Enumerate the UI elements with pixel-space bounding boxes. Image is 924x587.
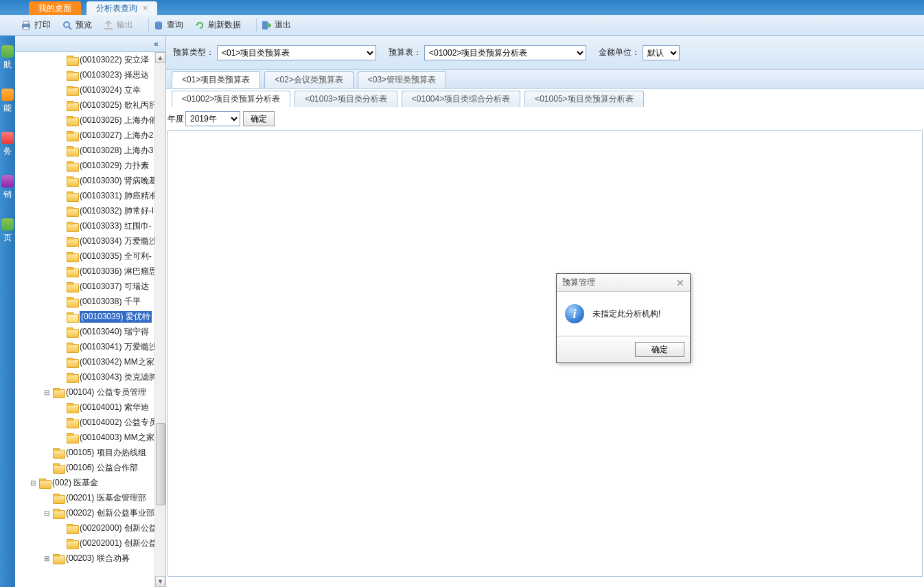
tree-node[interactable]: (00103039) 爱优特 <box>15 309 165 324</box>
folder-icon <box>67 71 78 80</box>
rail-item-biz[interactable]: 务 <box>0 122 15 165</box>
subtab-01002[interactable]: <01002>项目类预算分析表 <box>172 91 290 107</box>
tree-node[interactable]: (00103024) 立幸 <box>15 82 165 97</box>
exit-button[interactable]: 退出 <box>261 19 291 31</box>
tree-node[interactable]: (00103036) 淋巴瘤思 <box>15 264 165 279</box>
confirm-button[interactable]: 确定 <box>243 111 275 126</box>
tree-node[interactable]: (00103027) 上海办2 <box>15 128 165 143</box>
rail-item-func[interactable]: 能 <box>0 79 15 122</box>
export-button[interactable]: 输出 <box>103 19 133 31</box>
preview-button[interactable]: 预览 <box>62 19 92 31</box>
tree-node[interactable]: (00104002) 公益专员 <box>15 415 165 430</box>
folder-icon <box>53 509 64 518</box>
filter-bar: 预算类型： <01>项目类预算表 预算表： <01002>项目类预算分析表 金额… <box>166 36 924 70</box>
tree-node[interactable]: (00103034) 万爱髓沙 <box>15 233 165 249</box>
tree-node[interactable]: (00103040) 瑞宁得 <box>15 324 165 339</box>
collapse-toggle-icon[interactable]: ⊟ <box>43 389 51 396</box>
tree-node[interactable]: (00105) 项目办热线组 <box>15 445 165 460</box>
tree-node[interactable]: (00103031) 肺癌精准 <box>15 188 165 203</box>
folder-icon <box>67 267 78 276</box>
filter-label: 预算表： <box>389 47 421 58</box>
close-icon[interactable]: × <box>143 3 148 13</box>
tree-label: (00103031) 肺癌精准 <box>80 190 157 202</box>
scroll-up-button[interactable]: ▲ <box>155 52 165 63</box>
query-button[interactable]: 查询 <box>153 19 183 31</box>
folder-icon <box>67 418 78 427</box>
tree-node[interactable]: (00103029) 力扑素 <box>15 158 165 173</box>
tree-node[interactable]: (00103025) 歌礼丙肝 <box>15 97 165 113</box>
collapse-toggle-icon[interactable]: ⊟ <box>43 509 51 517</box>
scroll-thumb[interactable] <box>156 423 165 505</box>
tree-node[interactable]: (00106) 公益合作部 <box>15 460 165 475</box>
expand-toggle-icon[interactable]: ⊞ <box>43 555 51 562</box>
budget-report-select[interactable]: <01002>项目类预算分析表 <box>424 45 586 60</box>
tree-node[interactable]: (00202000) 创新公益 <box>15 520 165 536</box>
tree-node[interactable]: (00104003) MM之家 <box>15 430 165 445</box>
tree-node[interactable]: (00103032) 肺常好-I <box>15 203 165 218</box>
rail-item-nav[interactable]: 航 <box>0 36 15 79</box>
tree-label: (00103023) 择思达 <box>80 69 149 81</box>
dialog-ok-button[interactable]: 确定 <box>635 342 684 357</box>
folder-icon <box>53 494 64 503</box>
tree-node[interactable]: ⊟(00202) 创新公益事业部 <box>15 505 165 520</box>
tree-node[interactable]: (00103023) 择思达 <box>15 67 165 82</box>
year-select[interactable]: 2019年 <box>185 111 240 126</box>
tree-header: « <box>15 36 165 52</box>
collapse-toggle-icon[interactable]: ⊟ <box>29 479 37 487</box>
filter-label: 金额单位： <box>599 47 640 58</box>
folder-icon <box>67 297 78 306</box>
tree-node[interactable]: (00103033) 红围巾- <box>15 218 165 233</box>
dialog-footer: 确定 <box>557 336 690 362</box>
budget-type-select[interactable]: <01>项目类预算表 <box>217 45 376 60</box>
tree-label: (00105) 项目办热线组 <box>66 447 146 459</box>
folder-icon <box>67 56 78 65</box>
tree-label: (00104) 公益专员管理 <box>66 387 146 398</box>
tree-node[interactable]: (00103038) 千平 <box>15 294 165 309</box>
tree-node[interactable]: (00202001) 创新公益 <box>15 536 165 551</box>
rail-item-sale[interactable]: 销 <box>0 165 15 209</box>
tree-label: (00103028) 上海办3 <box>80 145 153 157</box>
folder-icon <box>53 388 64 397</box>
magnifier-icon <box>62 20 73 31</box>
tab-my-desktop[interactable]: 我的桌面 <box>29 1 81 15</box>
folder-icon <box>53 448 64 457</box>
subtab-02[interactable]: <02>会议类预算表 <box>264 71 353 88</box>
subtab-01004[interactable]: <01004>项目类综合分析表 <box>402 91 520 107</box>
refresh-button[interactable]: 刷新数据 <box>194 19 241 31</box>
rail-label: 页 <box>0 232 15 244</box>
tree-label: (00103041) 万爱髓沙 <box>80 341 157 353</box>
scroll-down-button[interactable]: ▼ <box>155 576 165 587</box>
tree-node[interactable]: (00103037) 可瑞达 <box>15 279 165 294</box>
toolbar-label: 刷新数据 <box>208 19 241 31</box>
dialog-titlebar[interactable]: 预算管理 ✕ <box>557 274 690 292</box>
tree-node[interactable]: (00103041) 万爱髓沙 <box>15 339 165 354</box>
tree-label: (00103039) 爱优特 <box>80 311 152 323</box>
tree-node[interactable]: (00104001) 索华迪 <box>15 400 165 415</box>
tree-node[interactable]: (00103028) 上海办3 <box>15 143 165 158</box>
tree-node[interactable]: (00103030) 肾病晚基 <box>15 173 165 188</box>
subtab-01003[interactable]: <01003>项目类分析表 <box>294 91 397 107</box>
amount-unit-select[interactable]: 默认 <box>643 45 680 60</box>
collapse-icon[interactable]: « <box>154 39 159 49</box>
rail-icon <box>1 132 14 144</box>
tree-node[interactable]: ⊟(00104) 公益专员管理 <box>15 384 165 400</box>
tab-analysis-query[interactable]: 分析表查询 × <box>86 1 157 15</box>
tree-node[interactable]: ⊟(002) 医基金 <box>15 475 165 490</box>
subtab-03[interactable]: <03>管理类预算表 <box>358 71 446 88</box>
close-icon[interactable]: ✕ <box>676 277 684 288</box>
print-button[interactable]: 打印 <box>21 19 51 31</box>
subtab-01005[interactable]: <01005>项目类预算分析表 <box>524 91 643 107</box>
dialog-message: 未指定此分析机构! <box>592 308 660 320</box>
subtab-01[interactable]: <01>项目类预算表 <box>172 71 260 88</box>
tree-node[interactable]: (00201) 医基金管理部 <box>15 490 165 505</box>
tree-node[interactable]: (00103043) 类克滤肺 <box>15 369 165 384</box>
rail-item-5[interactable]: 页 <box>0 209 15 252</box>
tree-label: (00104001) 索华迪 <box>80 402 149 413</box>
scrollbar[interactable]: ▲ ▼ <box>154 52 165 587</box>
tree-node[interactable]: (00103022) 安立泽 <box>15 52 165 67</box>
tree-node[interactable]: ⊞(00203) 联合劝募 <box>15 551 165 566</box>
tree-node[interactable]: (00103042) MM之家 <box>15 354 165 369</box>
tree-node[interactable]: (00103026) 上海办催 <box>15 113 165 128</box>
folder-icon <box>39 479 50 487</box>
tree-node[interactable]: (00103035) 全可利- <box>15 249 165 264</box>
